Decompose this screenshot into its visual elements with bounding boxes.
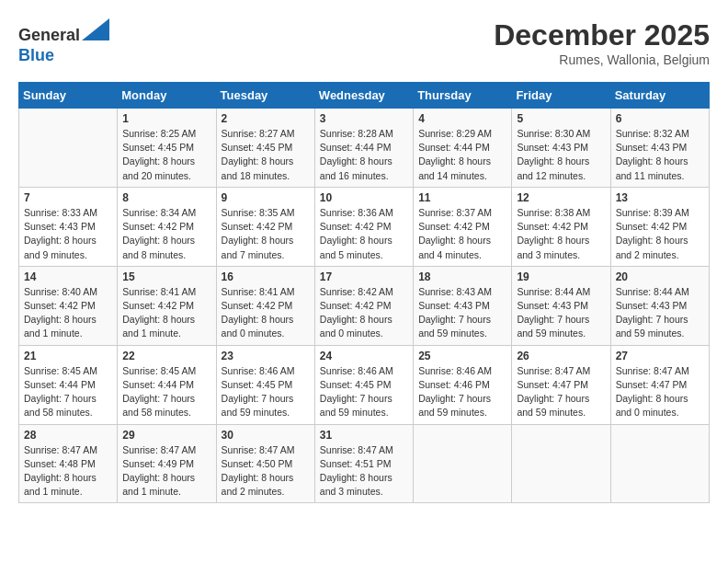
calendar-week-row: 1Sunrise: 8:25 AMSunset: 4:45 PMDaylight…: [19, 109, 710, 188]
calendar-day-header: Saturday: [610, 83, 709, 109]
calendar-cell: 12Sunrise: 8:38 AMSunset: 4:42 PMDayligh…: [512, 187, 610, 266]
calendar-cell: 16Sunrise: 8:41 AMSunset: 4:42 PMDayligh…: [216, 266, 314, 345]
calendar-day-header: Wednesday: [314, 83, 413, 109]
day-info: Sunrise: 8:41 AMSunset: 4:42 PMDaylight:…: [122, 285, 210, 341]
day-number: 19: [517, 270, 605, 283]
calendar-week-row: 28Sunrise: 8:47 AMSunset: 4:48 PMDayligh…: [19, 424, 710, 503]
calendar-week-row: 21Sunrise: 8:45 AMSunset: 4:44 PMDayligh…: [19, 345, 710, 424]
day-info: Sunrise: 8:32 AMSunset: 4:43 PMDaylight:…: [616, 127, 704, 183]
logo-general: General: [18, 26, 80, 44]
day-number: 8: [122, 191, 210, 204]
day-number: 20: [616, 270, 704, 283]
day-info: Sunrise: 8:41 AMSunset: 4:42 PMDaylight:…: [222, 285, 310, 341]
day-number: 7: [24, 191, 112, 204]
day-number: 18: [418, 270, 506, 283]
calendar-day-header: Sunday: [19, 83, 118, 109]
day-info: Sunrise: 8:27 AMSunset: 4:45 PMDaylight:…: [222, 127, 310, 183]
day-number: 13: [616, 191, 704, 204]
day-number: 12: [517, 191, 605, 204]
day-number: 23: [222, 350, 310, 362]
day-info: Sunrise: 8:37 AMSunset: 4:42 PMDaylight:…: [418, 206, 506, 262]
calendar-cell: 19Sunrise: 8:44 AMSunset: 4:43 PMDayligh…: [512, 266, 610, 345]
day-info: Sunrise: 8:47 AMSunset: 4:48 PMDaylight:…: [24, 443, 112, 500]
day-number: 27: [616, 350, 704, 362]
calendar-cell: [19, 109, 118, 188]
day-number: 21: [24, 350, 112, 362]
day-info: Sunrise: 8:34 AMSunset: 4:42 PMDaylight:…: [122, 206, 210, 262]
day-info: Sunrise: 8:46 AMSunset: 4:46 PMDaylight:…: [418, 364, 506, 420]
calendar-cell: [414, 424, 512, 503]
day-number: 10: [320, 191, 408, 204]
day-number: 24: [320, 350, 408, 362]
calendar-cell: 15Sunrise: 8:41 AMSunset: 4:42 PMDayligh…: [118, 266, 216, 345]
calendar-cell: 25Sunrise: 8:46 AMSunset: 4:46 PMDayligh…: [414, 345, 512, 424]
calendar-cell: 29Sunrise: 8:47 AMSunset: 4:49 PMDayligh…: [118, 424, 216, 503]
calendar-cell: 26Sunrise: 8:47 AMSunset: 4:47 PMDayligh…: [512, 345, 610, 424]
calendar-day-header: Thursday: [414, 83, 512, 109]
calendar-cell: 17Sunrise: 8:42 AMSunset: 4:42 PMDayligh…: [314, 266, 413, 345]
calendar-cell: 24Sunrise: 8:46 AMSunset: 4:45 PMDayligh…: [314, 345, 413, 424]
day-info: Sunrise: 8:28 AMSunset: 4:44 PMDaylight:…: [320, 127, 408, 183]
day-number: 5: [517, 112, 605, 125]
calendar-cell: [512, 424, 610, 503]
day-number: 4: [418, 112, 506, 125]
day-info: Sunrise: 8:47 AMSunset: 4:49 PMDaylight:…: [122, 443, 210, 500]
calendar-cell: 2Sunrise: 8:27 AMSunset: 4:45 PMDaylight…: [216, 109, 314, 188]
day-number: 2: [222, 112, 310, 125]
day-number: 31: [320, 429, 408, 442]
day-number: 30: [222, 429, 310, 442]
calendar-cell: 8Sunrise: 8:34 AMSunset: 4:42 PMDaylight…: [118, 187, 216, 266]
calendar-cell: 21Sunrise: 8:45 AMSunset: 4:44 PMDayligh…: [19, 345, 118, 424]
day-info: Sunrise: 8:25 AMSunset: 4:45 PMDaylight:…: [122, 127, 210, 183]
calendar-cell: 7Sunrise: 8:33 AMSunset: 4:43 PMDaylight…: [19, 187, 118, 266]
calendar-cell: 10Sunrise: 8:36 AMSunset: 4:42 PMDayligh…: [314, 187, 413, 266]
calendar-cell: 30Sunrise: 8:47 AMSunset: 4:50 PMDayligh…: [216, 424, 314, 503]
calendar-cell: 5Sunrise: 8:30 AMSunset: 4:43 PMDaylight…: [512, 109, 610, 188]
day-number: 1: [122, 112, 210, 125]
calendar-header-row: SundayMondayTuesdayWednesdayThursdayFrid…: [19, 83, 710, 109]
calendar-cell: 18Sunrise: 8:43 AMSunset: 4:43 PMDayligh…: [414, 266, 512, 345]
logo-blue: Blue: [18, 46, 54, 64]
day-info: Sunrise: 8:40 AMSunset: 4:42 PMDaylight:…: [24, 285, 112, 341]
calendar-cell: 22Sunrise: 8:45 AMSunset: 4:44 PMDayligh…: [118, 345, 216, 424]
svg-marker-0: [82, 18, 109, 40]
day-number: 29: [122, 429, 210, 442]
day-number: 17: [320, 270, 408, 283]
calendar-cell: 3Sunrise: 8:28 AMSunset: 4:44 PMDaylight…: [314, 109, 413, 188]
location-subtitle: Rumes, Wallonia, Belgium: [494, 52, 710, 67]
calendar-cell: 14Sunrise: 8:40 AMSunset: 4:42 PMDayligh…: [19, 266, 118, 345]
calendar-day-header: Monday: [118, 83, 216, 109]
day-info: Sunrise: 8:38 AMSunset: 4:42 PMDaylight:…: [517, 206, 605, 262]
day-number: 6: [616, 112, 704, 125]
day-number: 25: [418, 350, 506, 362]
day-info: Sunrise: 8:43 AMSunset: 4:43 PMDaylight:…: [418, 285, 506, 341]
day-number: 26: [517, 350, 605, 362]
calendar-cell: 28Sunrise: 8:47 AMSunset: 4:48 PMDayligh…: [19, 424, 118, 503]
calendar-day-header: Friday: [512, 83, 610, 109]
day-info: Sunrise: 8:33 AMSunset: 4:43 PMDaylight:…: [24, 206, 112, 262]
day-info: Sunrise: 8:47 AMSunset: 4:51 PMDaylight:…: [320, 443, 408, 500]
day-number: 14: [24, 270, 112, 283]
day-info: Sunrise: 8:30 AMSunset: 4:43 PMDaylight:…: [517, 127, 605, 183]
calendar-cell: 20Sunrise: 8:44 AMSunset: 4:43 PMDayligh…: [610, 266, 709, 345]
day-info: Sunrise: 8:46 AMSunset: 4:45 PMDaylight:…: [320, 364, 408, 420]
logo: General Blue: [18, 18, 109, 65]
day-info: Sunrise: 8:29 AMSunset: 4:44 PMDaylight:…: [418, 127, 506, 183]
day-info: Sunrise: 8:47 AMSunset: 4:47 PMDaylight:…: [517, 364, 605, 420]
day-info: Sunrise: 8:46 AMSunset: 4:45 PMDaylight:…: [222, 364, 310, 420]
calendar-cell: 4Sunrise: 8:29 AMSunset: 4:44 PMDaylight…: [414, 109, 512, 188]
day-info: Sunrise: 8:45 AMSunset: 4:44 PMDaylight:…: [122, 364, 210, 420]
day-number: 3: [320, 112, 408, 125]
month-title: December 2025: [494, 18, 710, 52]
day-info: Sunrise: 8:44 AMSunset: 4:43 PMDaylight:…: [517, 285, 605, 341]
calendar-cell: [610, 424, 709, 503]
calendar-cell: 6Sunrise: 8:32 AMSunset: 4:43 PMDaylight…: [610, 109, 709, 188]
day-info: Sunrise: 8:44 AMSunset: 4:43 PMDaylight:…: [616, 285, 704, 341]
title-block: December 2025 Rumes, Wallonia, Belgium: [494, 18, 710, 67]
day-info: Sunrise: 8:45 AMSunset: 4:44 PMDaylight:…: [24, 364, 112, 420]
day-info: Sunrise: 8:42 AMSunset: 4:42 PMDaylight:…: [320, 285, 408, 341]
day-number: 11: [418, 191, 506, 204]
day-info: Sunrise: 8:47 AMSunset: 4:47 PMDaylight:…: [616, 364, 704, 420]
calendar-cell: 9Sunrise: 8:35 AMSunset: 4:42 PMDaylight…: [216, 187, 314, 266]
calendar-cell: 1Sunrise: 8:25 AMSunset: 4:45 PMDaylight…: [118, 109, 216, 188]
